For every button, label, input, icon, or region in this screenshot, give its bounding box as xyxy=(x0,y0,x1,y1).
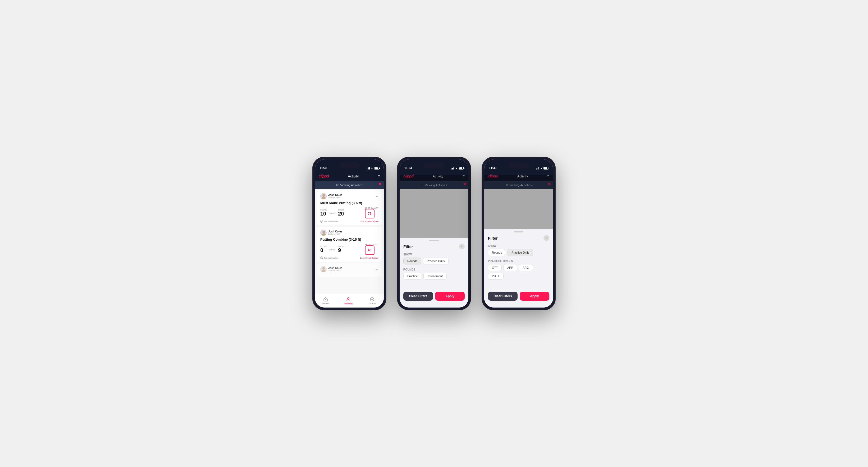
shot-quality-label-1: Shot Quality xyxy=(365,207,378,209)
modal-title-2: Filter xyxy=(403,244,413,249)
battery-icon-2 xyxy=(459,167,464,169)
status-icons-1: ▲ xyxy=(367,167,379,169)
activity-card-1: Josh Coles 28 Feb 2023 ··· Must Make Put… xyxy=(317,190,382,225)
menu-icon-1[interactable]: ≡ xyxy=(378,174,380,178)
modal-title-3: Filter xyxy=(488,236,498,240)
rounds-options-2: Practice Tournament xyxy=(403,273,465,280)
user-date-3: 28 Feb 2023 xyxy=(328,270,342,272)
out-of-text-2: OUT OF xyxy=(329,249,336,251)
filter-btn-tournament-2[interactable]: Tournament xyxy=(424,273,447,280)
activities-icon-1 xyxy=(346,297,351,302)
nav-item-capture-1[interactable]: Capture xyxy=(368,297,376,305)
modal-header-2: Filter ✕ xyxy=(400,241,468,251)
nav-title-1: Activity xyxy=(348,174,359,178)
nav-label-activities-1: Activities xyxy=(344,302,353,305)
signal-icon-1 xyxy=(367,167,370,169)
show-section-label-3: Show xyxy=(488,245,549,248)
avatar-2 xyxy=(320,229,327,236)
filter-btn-practice-2[interactable]: Practice xyxy=(403,273,422,280)
show-options-2: Rounds Practice Drills xyxy=(403,257,465,264)
filter-btn-practice-drills-3[interactable]: Practice Drills xyxy=(507,249,533,256)
shot-quality-label-2: Shot Quality xyxy=(365,244,378,245)
signal-icon-3 xyxy=(536,167,539,169)
avatar-3 xyxy=(320,266,327,272)
dynamic-island-1 xyxy=(339,163,360,168)
nav-bar-1: clippd Activity ≡ xyxy=(315,171,384,181)
viewing-bar-1[interactable]: ⊞ Viewing Activities xyxy=(315,181,384,189)
score-label-1: Score xyxy=(320,209,327,211)
filter-btn-rounds-2[interactable]: Rounds xyxy=(403,257,421,264)
show-options-3: Rounds Practice Drills xyxy=(488,249,549,256)
user-name-3: Josh Coles xyxy=(328,267,342,270)
shots-label-2: Shots xyxy=(338,245,344,247)
more-dots-3[interactable]: ··· xyxy=(374,269,378,270)
modal-close-2[interactable]: ✕ xyxy=(459,244,465,249)
modal-backdrop-2[interactable] xyxy=(400,175,468,238)
notification-dot-1 xyxy=(379,183,381,185)
modal-body-3: Show Rounds Practice Drills Practice Dri… xyxy=(484,243,553,286)
phone-1: 11:33 ▲ clippd Activity xyxy=(312,157,386,310)
modal-actions-3: Clear Filters Apply xyxy=(484,289,553,303)
apply-btn-3[interactable]: Apply xyxy=(520,292,549,301)
modal-backdrop-3[interactable] xyxy=(484,175,553,229)
info-icon-2: i xyxy=(320,256,323,259)
user-name-1: Josh Coles xyxy=(328,193,342,196)
card-user-1: Josh Coles 28 Feb 2023 xyxy=(320,193,342,199)
shot-quality-value-2: 45 xyxy=(368,248,371,252)
viewing-text-1: Viewing Activities xyxy=(340,184,362,187)
activity-title-2: Putting Combine (3-15 ft) xyxy=(320,238,378,242)
phones-container: 11:33 ▲ clippd Activity xyxy=(312,157,556,310)
info-icon-1: i xyxy=(320,220,323,223)
data-info-1: Data: Clippd Capture xyxy=(360,220,378,223)
phone-2: 11:33 ▲ clippd Activity xyxy=(397,157,471,310)
more-dots-1[interactable]: ··· xyxy=(374,195,378,197)
battery-icon-1 xyxy=(374,167,379,169)
home-icon-1 xyxy=(323,297,328,302)
filter-btn-rounds-3[interactable]: Rounds xyxy=(488,249,506,256)
user-date-2: 28 Feb 2023 xyxy=(328,233,342,235)
nav-label-capture-1: Capture xyxy=(368,302,376,305)
capture-icon-1 xyxy=(370,297,374,302)
score-value-2: 0 xyxy=(320,247,327,253)
filter-btn-app-3[interactable]: APP xyxy=(503,264,517,271)
status-time-1: 11:33 xyxy=(320,166,327,169)
status-time-2: 11:33 xyxy=(404,166,412,169)
more-dots-2[interactable]: ··· xyxy=(374,232,378,234)
activity-title-1: Must Make Putting (3-6 ft) xyxy=(320,201,378,205)
filter-btn-putt-3[interactable]: PUTT xyxy=(488,273,503,280)
dynamic-island-2 xyxy=(424,163,444,168)
dynamic-island-3 xyxy=(508,163,529,168)
filter-btn-ott-3[interactable]: OTT xyxy=(488,264,502,271)
modal-sheet-3: Filter ✕ Show Rounds Practice Drills Pra… xyxy=(484,229,553,308)
filter-btn-practice-drills-2[interactable]: Practice Drills xyxy=(423,257,448,264)
wifi-icon-3: ▲ xyxy=(540,167,542,169)
stats-row-2: Score 0 OUT OF Shots 9 Shot Quality xyxy=(320,244,378,255)
nav-item-home-1[interactable]: Home xyxy=(322,297,329,305)
wifi-icon-1: ▲ xyxy=(371,167,373,169)
score-value-1: 10 xyxy=(320,211,327,217)
clear-filters-btn-2[interactable]: Clear Filters xyxy=(403,292,433,301)
clear-filters-btn-3[interactable]: Clear Filters xyxy=(488,292,518,301)
activity-card-3: Josh Coles 28 Feb 2023 ··· xyxy=(317,263,382,277)
card-user-3: Josh Coles 28 Feb 2023 xyxy=(320,266,342,272)
user-name-2: Josh Coles xyxy=(328,230,342,233)
nav-item-activities-1[interactable]: Activities xyxy=(344,297,353,305)
battery-icon-3 xyxy=(544,167,548,169)
status-icons-2: ▲ xyxy=(452,167,464,169)
show-section-label-2: Show xyxy=(403,253,465,256)
shot-quality-value-1: 75 xyxy=(368,212,371,216)
modal-overlay-3: Filter ✕ Show Rounds Practice Drills Pra… xyxy=(484,175,553,308)
activity-card-2: Josh Coles 28 Feb 2023 ··· Putting Combi… xyxy=(317,227,382,262)
drills-section-label-3: Practice Drills xyxy=(488,260,549,262)
activity-content-1[interactable]: Josh Coles 28 Feb 2023 ··· Must Make Put… xyxy=(315,189,384,294)
test-info-1: i Test Information xyxy=(320,220,338,223)
nav-label-home-1: Home xyxy=(322,302,329,305)
stats-row-1: Score 10 OUT OF Shots 20 Shot Quality xyxy=(320,207,378,218)
apply-btn-2[interactable]: Apply xyxy=(435,292,465,301)
logo-1: clippd xyxy=(319,174,329,178)
bottom-nav-1: Home Activities Capture xyxy=(315,294,384,308)
modal-close-3[interactable]: ✕ xyxy=(544,235,549,241)
rounds-section-label-2: Rounds xyxy=(403,268,465,271)
filter-btn-arg-3[interactable]: ARG xyxy=(519,264,533,271)
svg-point-0 xyxy=(347,298,349,299)
